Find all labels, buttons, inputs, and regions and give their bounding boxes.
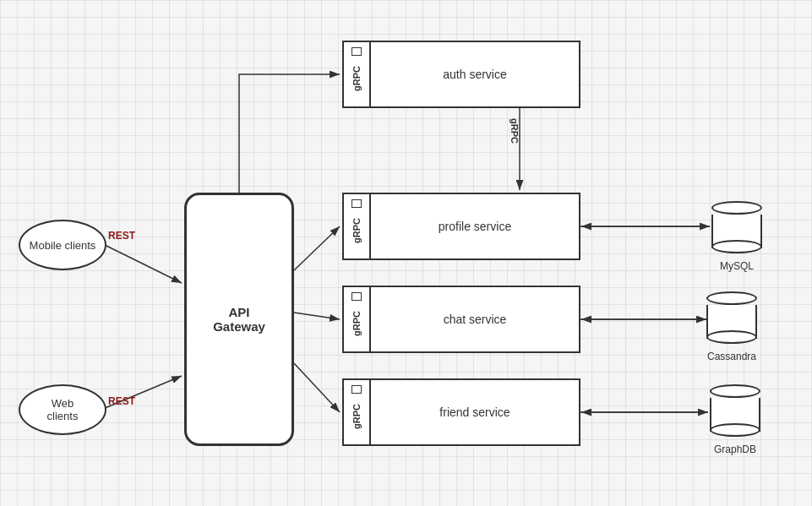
mysql-top (711, 201, 762, 215)
profile-grpc-tab: gRPC (344, 194, 371, 258)
friend-service-label: friend service (371, 405, 579, 419)
auth-service-label: auth service (371, 68, 579, 81)
web-clients: Webclients (19, 384, 106, 435)
auth-service: gRPC auth service (342, 41, 580, 108)
svg-line-5 (294, 313, 340, 319)
architecture-diagram: Mobile clients REST Webclients REST APIG… (0, 0, 812, 506)
friend-grpc-label: gRPC (352, 404, 362, 429)
gateway-label: APIGateway (213, 305, 265, 334)
profile-service: gRPC profile service (342, 193, 580, 260)
cassandra-db: Cassandra (706, 291, 757, 362)
grpc-vertical-label: gRPC (510, 118, 520, 144)
mobile-clients-label: Mobile clients (30, 239, 96, 252)
api-gateway: APIGateway (184, 193, 294, 446)
mysql-bottom (711, 240, 762, 253)
profile-grpc-label: gRPC (352, 218, 362, 243)
web-clients-label: Webclients (47, 397, 79, 422)
chat-service: gRPC chat service (342, 286, 580, 353)
svg-line-6 (294, 363, 340, 412)
rest-mobile-label: REST (108, 230, 135, 242)
svg-line-2 (103, 244, 182, 283)
chat-service-label: chat service (371, 313, 579, 326)
auth-grpc-tab: gRPC (344, 42, 371, 106)
mobile-clients: Mobile clients (19, 220, 106, 270)
graphdb-body (710, 398, 760, 432)
graphdb-bottom (710, 423, 760, 437)
auth-grpc-label: gRPC (352, 66, 362, 91)
graphdb-label: GraphDB (714, 443, 756, 455)
friend-grpc-tab: gRPC (344, 380, 371, 444)
chat-grpc-label: gRPC (352, 311, 362, 336)
graphdb-db: GraphDB (710, 384, 760, 455)
graphdb-top (710, 384, 760, 398)
cassandra-bottom (706, 330, 757, 344)
cassandra-label: Cassandra (707, 351, 756, 362)
mysql-db: MySQL (711, 201, 762, 272)
profile-service-label: profile service (371, 220, 579, 233)
rest-web-label: REST (108, 395, 135, 407)
mysql-label: MySQL (720, 260, 754, 272)
cassandra-top (706, 291, 757, 305)
mysql-body (711, 215, 762, 248)
friend-service: gRPC friend service (342, 378, 580, 446)
chat-grpc-tab: gRPC (344, 287, 371, 351)
cassandra-body (706, 305, 757, 339)
svg-line-4 (294, 226, 340, 270)
